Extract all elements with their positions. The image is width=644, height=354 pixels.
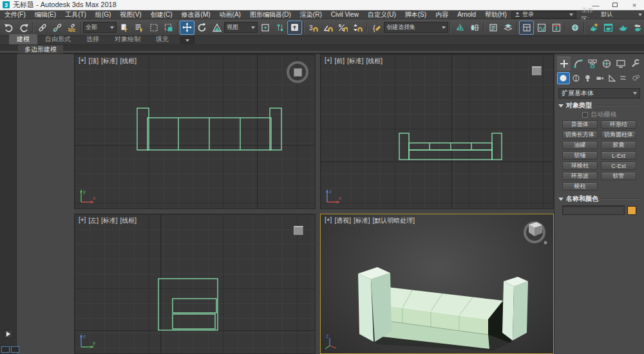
btn-c-ext[interactable]: C-Ext xyxy=(601,162,636,170)
polygon-modeling-panel[interactable]: 多边形建模 xyxy=(18,45,63,53)
viewport-left[interactable]: [+] [左] [标准] [线框] y z xyxy=(74,214,316,354)
tab-modify[interactable] xyxy=(571,57,585,71)
viewcube[interactable] xyxy=(520,217,549,247)
mini-listener-script-cell[interactable] xyxy=(11,346,19,353)
ribbon-tab-selection[interactable]: 选择 xyxy=(79,34,107,44)
category-systems[interactable] xyxy=(630,72,641,84)
viewport-pov-label[interactable]: [顶] xyxy=(88,57,99,66)
select-and-link-button[interactable] xyxy=(35,21,50,35)
btn-chamfer-cylinder[interactable]: 切角圆柱体 xyxy=(601,131,636,139)
unlink-selection-button[interactable] xyxy=(50,21,64,35)
viewport-standard-label[interactable]: [标准] xyxy=(354,216,370,225)
autogrid-checkbox[interactable] xyxy=(582,112,588,118)
btn-ring-wave[interactable]: 环形波 xyxy=(562,172,598,180)
snap-toggle-3d-button[interactable]: 3 xyxy=(306,21,321,35)
menu-item-views[interactable]: 视图(V) xyxy=(115,10,146,19)
ribbon-tab-freeform[interactable]: 自由形式 xyxy=(37,34,79,44)
tab-display[interactable] xyxy=(614,57,627,71)
viewport-perspective[interactable]: [+] [透视] [标准] [默认明暗处理] xyxy=(320,214,554,354)
btn-capsule[interactable]: 胶囊 xyxy=(601,141,636,149)
toggle-layer-explorer-button[interactable] xyxy=(500,21,515,35)
percent-snap-button[interactable] xyxy=(336,21,350,35)
viewcube[interactable] xyxy=(294,226,303,235)
schematic-view-button[interactable] xyxy=(549,21,564,35)
menu-item-edit[interactable]: 编辑(E) xyxy=(30,10,61,19)
login-dropdown[interactable]: 登录 xyxy=(511,11,576,19)
redo-button[interactable] xyxy=(16,21,31,35)
spinner-snap-button[interactable] xyxy=(350,21,365,35)
toggle-ribbon-button[interactable] xyxy=(519,21,534,35)
viewport-shading-label[interactable]: [线框] xyxy=(120,216,137,225)
rectangular-selection-region-button[interactable] xyxy=(146,21,161,35)
align-button[interactable] xyxy=(467,21,482,35)
viewport-shading-label[interactable]: [线框] xyxy=(120,57,137,66)
btn-prism[interactable]: 棱柱 xyxy=(562,182,598,191)
viewport-shading-label[interactable]: [默认明暗处理] xyxy=(373,216,415,225)
ribbon-tab-object-paint[interactable]: 对象绘制 xyxy=(107,34,148,44)
edit-named-selection-sets-button[interactable]: { xyxy=(369,21,384,35)
select-and-scale-button[interactable] xyxy=(209,21,224,35)
select-and-move-button[interactable] xyxy=(180,21,194,35)
render-in-cloud-button[interactable] xyxy=(630,21,644,35)
menu-item-animation[interactable]: 动画(A) xyxy=(215,10,245,19)
btn-chamfer-box[interactable]: 切角长方体 xyxy=(562,131,598,139)
viewcube-home-icon[interactable] xyxy=(544,241,547,245)
btn-hedra[interactable]: 异面体 xyxy=(562,120,598,129)
category-shapes[interactable] xyxy=(571,72,582,84)
menu-item-create[interactable]: 创建(C) xyxy=(146,10,177,19)
menu-item-file[interactable]: 文件(F) xyxy=(0,10,30,19)
primitive-category-dropdown[interactable]: 扩展基本体 xyxy=(558,88,640,98)
sofa-3d-model[interactable] xyxy=(321,214,554,354)
selection-filter-dropdown[interactable]: 全部 xyxy=(83,22,117,33)
btn-oil-tank[interactable]: 油罐 xyxy=(562,141,598,149)
menu-item-tools[interactable]: 工具(T) xyxy=(61,10,91,19)
category-lights[interactable] xyxy=(582,72,594,84)
viewport-pov-label[interactable]: [左] xyxy=(88,216,99,225)
object-type-rollout-header[interactable]: 对象类型 xyxy=(557,101,641,110)
menu-item-rendering[interactable]: 渲染(R) xyxy=(296,10,327,19)
material-editor-button[interactable] xyxy=(567,21,582,35)
menu-item-help[interactable]: 帮助(H) xyxy=(480,10,511,19)
menu-item-scripting[interactable]: 脚本(S) xyxy=(401,10,431,19)
viewport-front[interactable]: [+] [前] [标准] [线框] x xyxy=(320,54,554,209)
menu-item-arnold[interactable]: Arnold xyxy=(453,11,480,18)
viewport-menu-button[interactable]: [+] xyxy=(325,57,332,66)
viewcube[interactable] xyxy=(532,66,542,75)
viewport-menu-button[interactable]: [+] xyxy=(79,216,86,225)
ribbon-tab-populate[interactable]: 填充 xyxy=(148,34,176,44)
bind-to-space-warp-button[interactable] xyxy=(64,21,79,35)
viewport-pov-label[interactable]: [透视] xyxy=(334,216,351,225)
category-cameras[interactable] xyxy=(594,72,606,84)
mini-listener-macro-cell[interactable] xyxy=(1,346,10,353)
ribbon-tab-modeling[interactable]: 建模 xyxy=(9,34,37,44)
btn-hose[interactable]: 软管 xyxy=(601,172,636,180)
object-color-swatch[interactable] xyxy=(627,206,636,215)
named-selection-sets-dropdown[interactable]: 创建选择集 xyxy=(384,22,448,33)
viewcube-top-face[interactable] xyxy=(294,68,302,77)
rendered-frame-window-button[interactable] xyxy=(601,21,616,35)
category-space-warps[interactable] xyxy=(618,72,630,84)
keyboard-shortcut-override-button[interactable] xyxy=(287,21,302,35)
select-by-name-button[interactable] xyxy=(131,21,146,35)
menu-item-civil-view[interactable]: Civil View xyxy=(327,11,363,18)
curve-editor-button[interactable] xyxy=(534,21,549,35)
viewport-shading-label[interactable]: [线框] xyxy=(366,57,383,66)
viewport-top[interactable]: [+] [顶] [标准] [线框] x y xyxy=(74,54,316,209)
menu-item-content[interactable]: 内容 xyxy=(431,10,453,19)
tab-create[interactable] xyxy=(557,57,571,71)
btn-torus-knot[interactable]: 环形结 xyxy=(601,120,636,129)
tab-hierarchy[interactable] xyxy=(585,57,599,71)
viewport-standard-label[interactable]: [标准] xyxy=(347,57,364,66)
toggle-scene-explorer-button[interactable] xyxy=(486,21,500,35)
mini-listener[interactable] xyxy=(1,346,19,353)
name-color-rollout-header[interactable]: 名称和颜色 xyxy=(557,194,641,203)
reference-coordinate-dropdown[interactable]: 视图 xyxy=(224,22,258,33)
menu-item-modifiers[interactable]: 修改器(M) xyxy=(177,10,215,19)
menu-item-group[interactable]: 组(G) xyxy=(91,10,115,19)
ribbon-expand-button[interactable] xyxy=(4,330,13,339)
btn-l-ext[interactable]: L-Ext xyxy=(601,151,636,160)
undo-button[interactable] xyxy=(1,21,16,35)
category-helpers[interactable] xyxy=(606,72,618,84)
mirror-button[interactable] xyxy=(452,21,467,35)
tab-utilities[interactable] xyxy=(628,57,641,71)
